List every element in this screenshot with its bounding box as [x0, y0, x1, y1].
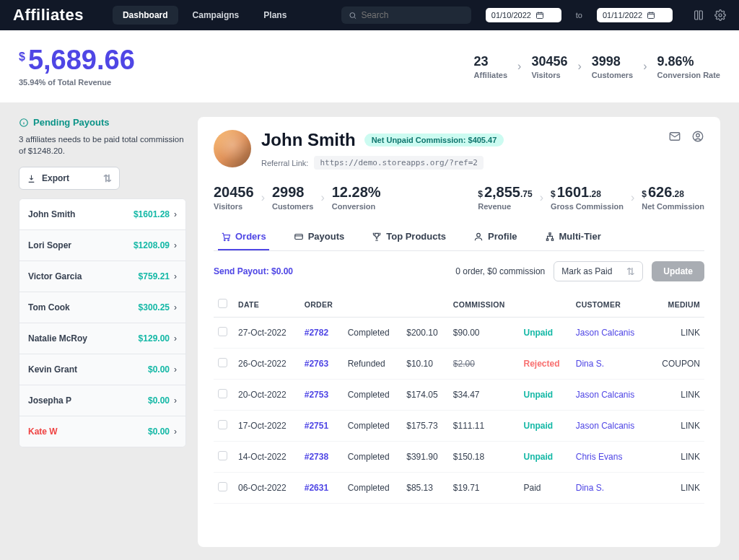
svg-rect-14 [551, 238, 553, 240]
row-checkbox[interactable] [214, 318, 234, 349]
affiliate-list: John Smith$1601.28›Lori Soper$1208.09›Vi… [19, 198, 186, 447]
cell-customer[interactable]: Dina S. [572, 349, 650, 380]
row-checkbox[interactable] [214, 380, 234, 411]
row-checkbox[interactable] [214, 473, 234, 504]
total-revenue-block: $ 5,689.66 35.94% of Total Revenue [19, 46, 135, 87]
table-row: 06-Oct-2022#2631Completed$85.13$19.71Pai… [214, 473, 704, 504]
cell-order-id[interactable]: #2763 [300, 349, 344, 380]
table-row: 17-Oct-2022#2751Completed$175.73$111.11U… [214, 411, 704, 442]
affiliate-name: Victor Garcia [28, 271, 82, 281]
select-all-header[interactable] [214, 292, 234, 318]
tab-profile[interactable]: Profile [471, 224, 520, 250]
svg-rect-10 [294, 234, 302, 239]
svg-rect-13 [546, 238, 548, 240]
affiliate-name: Lori Soper [28, 240, 71, 250]
th-payout [520, 292, 572, 318]
gear-icon[interactable] [714, 9, 726, 21]
cell-status: Completed [344, 411, 403, 442]
affiliate-amount: $0.00 [148, 395, 170, 406]
tab-orders[interactable]: Orders [218, 224, 269, 250]
row-checkbox[interactable] [214, 442, 234, 473]
search-box[interactable] [341, 6, 471, 24]
nav-tab-plans[interactable]: Plans [253, 6, 297, 25]
cell-customer[interactable]: Jason Calcanis [572, 318, 650, 349]
affiliate-row[interactable]: Kate W$0.00› [19, 416, 185, 447]
mark-as-select[interactable]: Mark as Paid ⇅ [554, 261, 643, 281]
profile-header: John Smith Net Unpaid Commission: $405.4… [214, 130, 704, 170]
metric-conversion: 12.28%Conversion [332, 184, 381, 211]
cell-payout-status: Paid [520, 473, 572, 504]
export-button[interactable]: Export ⇅ [19, 167, 120, 190]
table-row: 20-Oct-2022#2753Completed$174.05$34.47Un… [214, 380, 704, 411]
row-checkbox[interactable] [214, 411, 234, 442]
chevron-right-icon: › [320, 191, 324, 204]
cell-amount: $200.10 [402, 318, 449, 349]
cell-customer[interactable]: Dina S. [572, 473, 650, 504]
affiliate-row[interactable]: Natalie McRoy$129.00› [19, 323, 185, 354]
chevron-right-icon: › [174, 395, 177, 406]
send-payout-link[interactable]: Send Payout: $0.00 [214, 266, 293, 276]
nav-tab-campaigns[interactable]: Campaigns [183, 6, 250, 25]
cell-order-id[interactable]: #2782 [300, 318, 344, 349]
body: Pending Payouts 3 affiliates needs to be… [0, 102, 739, 560]
affiliate-row[interactable]: Victor Garcia$759.21› [19, 261, 185, 292]
cell-customer[interactable]: Jason Calcanis [572, 411, 650, 442]
cell-commission: $111.11 [449, 411, 520, 442]
affiliate-row[interactable]: Kevin Grant$0.00› [19, 354, 185, 385]
topnav-icons [693, 9, 726, 21]
affiliate-name: Tom Cook [28, 302, 70, 312]
cell-status: Refunded [344, 349, 403, 380]
th-customer: CUSTOMER [572, 292, 650, 318]
search-input[interactable] [361, 10, 463, 20]
profile-tab-icon [473, 232, 484, 242]
svg-point-9 [228, 239, 229, 240]
nav-tab-dashboard[interactable]: Dashboard [113, 6, 178, 25]
th-status [344, 292, 403, 318]
chevron-right-icon: › [631, 191, 634, 204]
date-from-field[interactable]: 01/10/2022 [486, 8, 561, 22]
cell-customer[interactable]: Chris Evans [572, 442, 650, 473]
summary-bar: $ 5,689.66 35.94% of Total Revenue 23Aff… [0, 30, 739, 102]
date-to-field[interactable]: 01/11/2022 [597, 8, 673, 22]
tab-top-products[interactable]: Top Products [369, 224, 449, 250]
chevron-right-icon: › [577, 60, 581, 73]
tab-payouts[interactable]: Payouts [291, 224, 348, 250]
table-row: 27-Oct-2022#2782Completed$200.10$90.00Un… [214, 318, 704, 349]
cell-customer[interactable]: Jason Calcanis [572, 380, 650, 411]
date-from-value: 01/10/2022 [491, 11, 531, 19]
affiliate-name: Kevin Grant [28, 364, 77, 375]
cell-order-id[interactable]: #2751 [300, 411, 344, 442]
user-icon[interactable] [691, 130, 704, 143]
affiliate-row[interactable]: Josepha P$0.00› [19, 385, 185, 416]
affiliate-amount: $129.00 [139, 333, 170, 344]
cell-date: 27-Oct-2022 [234, 318, 300, 349]
cell-date: 06-Oct-2022 [234, 473, 300, 504]
affiliate-row[interactable]: Lori Soper$1208.09› [19, 230, 185, 261]
svg-rect-12 [548, 232, 550, 234]
top-nav: Affiliates Dashboard Campaigns Plans 01/… [0, 0, 739, 30]
affiliate-name: Natalie McRoy [28, 333, 87, 344]
cell-order-id[interactable]: #2753 [300, 380, 344, 411]
affiliate-amount: $0.00 [148, 364, 170, 375]
docs-icon[interactable] [693, 9, 704, 21]
tab-multi-tier[interactable]: Multi-Tier [542, 224, 604, 250]
profile-metrics: 20456Visitors › 2998Customers › 12.28%Co… [214, 184, 704, 211]
trophy-icon [372, 232, 382, 242]
mail-icon[interactable] [668, 130, 681, 143]
svg-point-6 [693, 131, 703, 141]
metric-customers: 2998Customers [272, 184, 313, 211]
affiliate-row[interactable]: Tom Cook$300.25› [19, 292, 185, 323]
update-button[interactable]: Update [652, 261, 704, 281]
cell-commission: $19.71 [449, 473, 520, 504]
chevron-right-icon: › [261, 191, 265, 204]
date-to-label: to [576, 11, 582, 19]
cell-order-id[interactable]: #2631 [300, 473, 344, 504]
cell-order-id[interactable]: #2738 [300, 442, 344, 473]
row-checkbox[interactable] [214, 349, 234, 380]
revenue-currency: $ [19, 51, 25, 64]
cell-payout-status: Unpaid [520, 442, 572, 473]
th-medium: MEDIUM [650, 292, 704, 318]
referral-link[interactable]: https://demo.storeapps.org/?ref=2 [314, 156, 484, 170]
metric-net-commission: $626.28Net Commission [642, 184, 704, 211]
affiliate-row[interactable]: John Smith$1601.28› [19, 199, 185, 230]
